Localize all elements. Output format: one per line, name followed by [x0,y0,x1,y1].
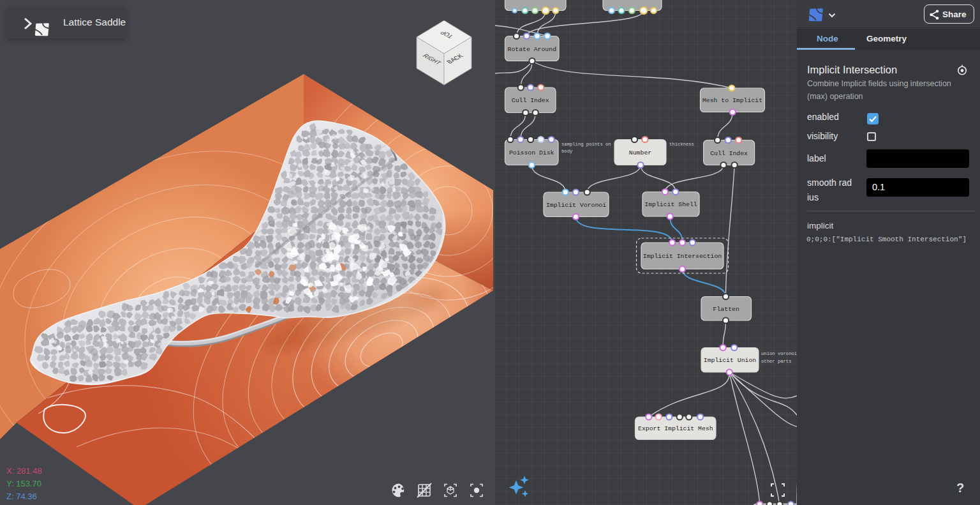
svg-text:other parts: other parts [761,359,791,364]
svg-text:Y: 153.70: Y: 153.70 [6,479,41,488]
svg-text:thickness: thickness [669,142,694,147]
svg-text:Export Implicit Mesh: Export Implicit Mesh [638,425,713,432]
svg-text:Implicit Union: Implicit Union [704,357,756,364]
svg-text:Implicit Intersection: Implicit Intersection [643,253,722,260]
svg-text:Implicit Shell: Implicit Shell [644,201,697,208]
svg-text:body: body [561,149,573,154]
svg-text:Flatten: Flatten [713,306,739,313]
svg-text:Implicit Voronoi: Implicit Voronoi [546,202,606,209]
svg-text:X: 281.48: X: 281.48 [6,466,42,476]
svg-text:Z: 74.36: Z: 74.36 [6,492,37,501]
svg-text:Poisson Disk: Poisson Disk [509,149,554,156]
svg-text:Number: Number [629,149,651,156]
svg-text:union voronoi: union voronoi [761,351,797,356]
svg-text:Cull Index: Cull Index [512,97,549,104]
svg-text:Mesh to Implicit: Mesh to Implicit [702,97,762,104]
svg-text:sampling points on: sampling points on [561,142,611,147]
svg-text:Cull Index: Cull Index [710,150,748,157]
svg-text:Rotate Around: Rotate Around [508,46,557,53]
